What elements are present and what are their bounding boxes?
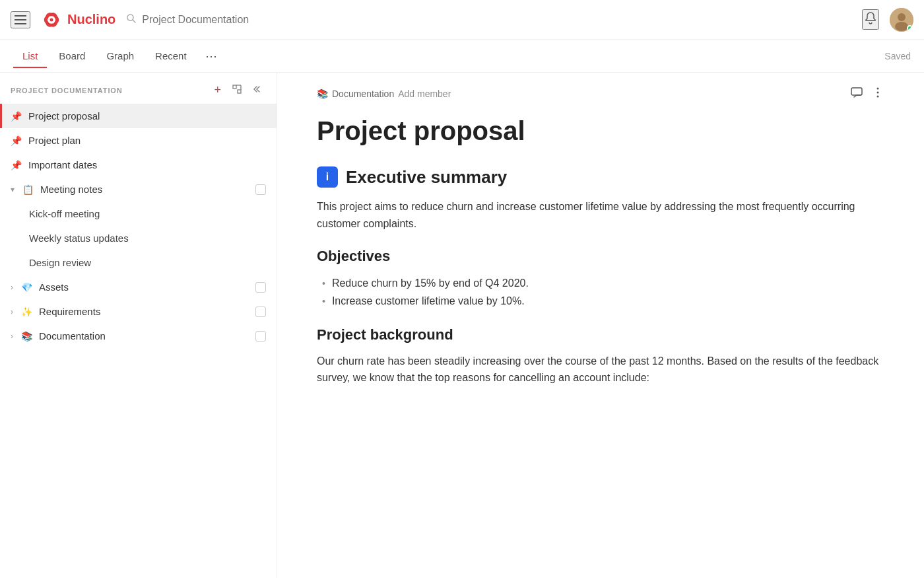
executive-summary-text: This project aims to reduce churn and in…	[317, 198, 884, 232]
sidebar-item-weekly-status[interactable]: Weekly status updates	[0, 226, 277, 250]
pin-icon: 📌	[11, 160, 22, 170]
sidebar-item-label: Important dates	[28, 159, 266, 170]
svg-line-5	[133, 20, 135, 22]
top-nav: Nuclino	[0, 0, 924, 40]
sidebar-item-assets[interactable]: › 💎 Assets	[0, 275, 277, 299]
svg-point-8	[895, 22, 908, 31]
sidebar-header: PROJECT DOCUMENTATION +	[0, 73, 277, 104]
document-title: Project proposal	[317, 115, 884, 147]
svg-rect-10	[238, 90, 241, 93]
svg-point-14	[877, 88, 879, 90]
add-item-button[interactable]: +	[211, 82, 224, 98]
svg-point-16	[877, 96, 879, 98]
sidebar-item-project-plan[interactable]: 📌 Project plan	[0, 128, 277, 153]
tab-bar: List Board Graph Recent ⋯ Saved	[0, 40, 924, 73]
sidebar-item-documentation[interactable]: › 📚 Documentation	[0, 324, 277, 348]
breadcrumb-icon: 📚	[317, 89, 328, 99]
tab-more-button[interactable]: ⋯	[199, 44, 224, 69]
nav-right	[862, 8, 913, 32]
sidebar-title: PROJECT DOCUMENTATION	[11, 87, 206, 94]
list-item: Increase customer lifetime value by 10%.	[322, 292, 884, 310]
logo-text: Nuclino	[67, 12, 116, 27]
svg-point-7	[898, 13, 906, 21]
item-checkbox[interactable]	[255, 307, 266, 317]
svg-rect-13	[851, 88, 862, 95]
sidebar-item-important-dates[interactable]: 📌 Important dates	[0, 153, 277, 177]
pin-icon: 📌	[11, 135, 22, 146]
item-checkbox[interactable]	[255, 282, 266, 293]
content-top-bar: 📚 Documentation Add member	[317, 86, 884, 102]
section-heading-text: Executive summary	[346, 167, 507, 188]
sidebar-item-kickoff[interactable]: Kick-off meeting	[0, 201, 277, 226]
svg-point-3	[50, 18, 53, 21]
sidebar-item-label: Project plan	[28, 135, 266, 146]
logo-area: Nuclino	[41, 9, 116, 30]
tab-list[interactable]: List	[13, 45, 47, 68]
bullet-text: Reduce churn by 15% by end of Q4 2020.	[332, 274, 529, 292]
online-indicator	[907, 25, 913, 31]
sidebar-item-project-proposal[interactable]: 📌 Project proposal	[0, 104, 277, 128]
notifications-button[interactable]	[862, 9, 879, 30]
diamond-icon: 💎	[21, 282, 32, 293]
bullet-text: Increase customer lifetime value by 10%.	[332, 292, 525, 310]
objectives-list: Reduce churn by 15% by end of Q4 2020. I…	[317, 274, 884, 310]
collapse-sidebar-button[interactable]	[250, 82, 266, 98]
nuclino-logo-icon	[41, 9, 62, 30]
chevron-down-icon: ▾	[11, 185, 15, 194]
comments-button[interactable]	[850, 86, 863, 102]
sidebar-item-label: Requirements	[39, 306, 249, 317]
menu-button[interactable]	[11, 11, 30, 28]
breadcrumb-label[interactable]: Documentation	[332, 89, 394, 99]
tab-board[interactable]: Board	[50, 45, 94, 68]
content-area: 📚 Documentation Add member	[277, 73, 924, 578]
sidebar-item-label: Weekly status updates	[29, 233, 266, 244]
sidebar-item-label: Documentation	[39, 330, 249, 342]
add-member-button[interactable]: Add member	[398, 89, 451, 99]
sidebar-item-label: Assets	[39, 281, 249, 293]
section-executive-summary-heading: i Executive summary	[317, 166, 884, 188]
sidebar-header-actions: +	[211, 82, 266, 98]
sidebar-item-label: Meeting notes	[40, 184, 249, 195]
sidebar-item-label: Kick-off meeting	[29, 208, 266, 219]
sidebar-item-design-review[interactable]: Design review	[0, 250, 277, 275]
project-background-text: Our churn rate has been steadily increas…	[317, 353, 884, 386]
sidebar: PROJECT DOCUMENTATION +	[0, 73, 277, 578]
breadcrumb: 📚 Documentation Add member	[317, 89, 840, 99]
chevron-right-icon: ›	[11, 307, 13, 316]
expand-button[interactable]	[229, 82, 245, 98]
more-options-button[interactable]	[871, 86, 884, 102]
main-layout: PROJECT DOCUMENTATION +	[0, 73, 924, 578]
svg-point-15	[877, 92, 879, 94]
item-checkbox[interactable]	[255, 184, 266, 195]
chevron-right-icon: ›	[11, 332, 13, 341]
sidebar-item-meeting-notes[interactable]: ▾ 📋 Meeting notes	[0, 177, 277, 201]
pin-icon: 📌	[11, 111, 22, 122]
search-input[interactable]	[142, 14, 390, 26]
user-avatar[interactable]	[890, 8, 913, 32]
svg-rect-9	[233, 85, 236, 89]
sparkle-icon: ✨	[21, 307, 32, 317]
chevron-right-icon: ›	[11, 283, 13, 292]
search-area	[126, 13, 390, 26]
tab-graph[interactable]: Graph	[97, 45, 143, 68]
saved-indicator: Saved	[884, 51, 911, 61]
notes-icon: 📋	[22, 184, 34, 195]
sidebar-item-label: Design review	[29, 257, 266, 268]
list-item: Reduce churn by 15% by end of Q4 2020.	[322, 274, 884, 292]
info-icon: i	[317, 166, 338, 188]
search-icon	[126, 13, 137, 26]
sidebar-item-requirements[interactable]: › ✨ Requirements	[0, 299, 277, 324]
project-background-heading: Project background	[317, 326, 884, 343]
item-checkbox[interactable]	[255, 331, 266, 342]
objectives-heading: Objectives	[317, 248, 884, 265]
books-icon: 📚	[21, 331, 32, 342]
content-actions	[850, 86, 884, 102]
tab-recent[interactable]: Recent	[146, 45, 196, 68]
sidebar-item-label: Project proposal	[28, 110, 266, 122]
